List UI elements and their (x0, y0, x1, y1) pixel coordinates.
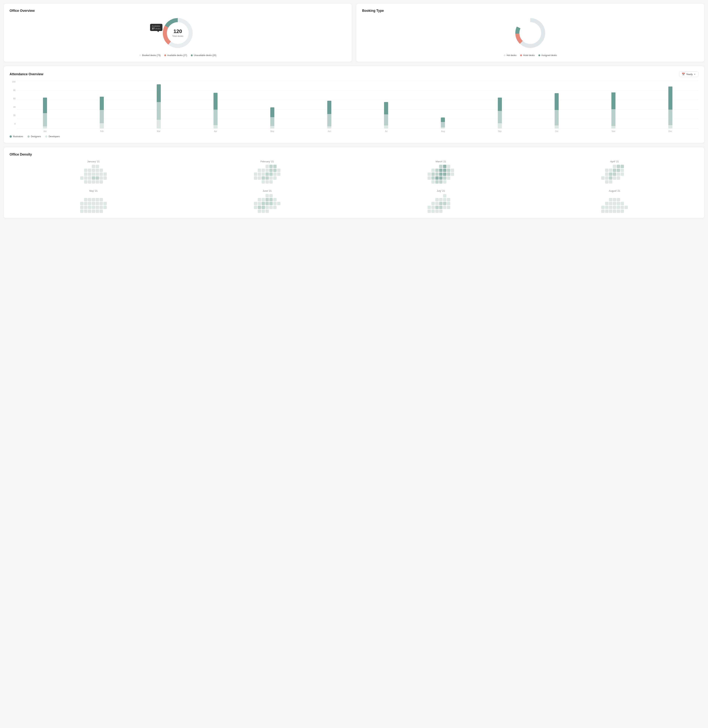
density-cell (451, 169, 454, 172)
density-cell (451, 206, 454, 209)
attendance-legend: Illustrators Designers Developers (10, 135, 698, 138)
density-month-0: January' 21 (10, 160, 177, 183)
density-cell (258, 165, 261, 168)
legend-dot-hotel (520, 54, 522, 56)
bar-seg-illustrators-dec (668, 87, 672, 110)
bar-seg-developers-may (270, 126, 274, 129)
density-calendar-5 (254, 194, 280, 213)
bar-seg-designers-aug (441, 122, 445, 127)
density-cell (447, 202, 450, 205)
density-cell (80, 209, 84, 213)
density-cell (88, 194, 91, 198)
density-cell (431, 198, 435, 201)
bar-seg-designers-jun (327, 114, 331, 126)
density-cell (254, 165, 257, 168)
bar-group-apr (187, 81, 244, 129)
bar-seg-designers-feb (100, 110, 104, 123)
density-cell (451, 176, 454, 180)
density-cell (80, 180, 84, 183)
density-cell (443, 176, 446, 180)
bar-seg-designers-oct (554, 110, 559, 125)
density-cell (92, 165, 95, 168)
density-cell (266, 209, 269, 213)
density-cell (96, 180, 99, 183)
density-cell (258, 198, 261, 201)
density-cell (451, 209, 454, 213)
density-cell (609, 202, 612, 205)
density-cell (269, 202, 273, 205)
legend-dot-designers (28, 135, 30, 138)
legend-label-hotel: Hotel desks (523, 54, 535, 57)
donut-center-label: 120 Total desks (172, 28, 183, 38)
x-label-mar: Mar (131, 130, 187, 132)
density-cell (103, 202, 107, 205)
density-cell (273, 173, 277, 176)
density-cell (601, 202, 605, 205)
density-cell (617, 198, 620, 201)
density-cell (258, 209, 261, 213)
density-cell (621, 198, 624, 201)
density-cell (428, 209, 431, 213)
booking-type-title: Booking Type (362, 9, 698, 13)
density-cell (617, 176, 620, 180)
density-cell (262, 165, 265, 168)
density-cell (262, 202, 265, 205)
yearly-filter-button[interactable]: 📅 Yearly ▼ (679, 71, 698, 77)
bar-group-jan (17, 81, 73, 129)
density-cell (443, 209, 446, 213)
density-cell (273, 198, 277, 201)
density-cell (103, 176, 107, 180)
total-desks-number: 120 (172, 28, 183, 34)
bar-seg-illustrators-jun (327, 101, 331, 114)
density-cell (262, 206, 265, 209)
booking-type-legend: Hot desks Hotel desks Assigned desks (504, 54, 557, 57)
legend-booked: Booked desks (73) (139, 54, 161, 57)
density-month-label-0: January' 21 (87, 160, 100, 163)
density-cell (84, 176, 87, 180)
bar-seg-illustrators-jan (43, 97, 47, 113)
booking-type-card: Booking Type Hot desks (356, 4, 704, 62)
bar-seg-designers-may (270, 117, 274, 126)
y-label-60: 60 (10, 97, 16, 100)
density-cell (613, 206, 616, 209)
density-cell (273, 176, 277, 180)
bar-seg-developers-jun (327, 126, 331, 129)
density-cell (84, 202, 87, 205)
bar-seg-developers-apr (213, 125, 218, 129)
density-cell (617, 206, 620, 209)
density-cell (96, 169, 99, 172)
density-cell (269, 173, 273, 176)
density-cell (258, 206, 261, 209)
bar-stack-jan (43, 97, 47, 129)
density-cell (269, 194, 273, 198)
density-cell (88, 202, 91, 205)
y-label-0: 0 (10, 123, 16, 125)
density-cell (266, 176, 269, 180)
office-overview-title: Office Overview (10, 9, 346, 13)
density-cell (451, 173, 454, 176)
density-month-5: June' 21 (183, 189, 351, 213)
density-cell (428, 176, 431, 180)
tooltip-value: 27 desks (152, 27, 161, 30)
density-cell (277, 202, 280, 205)
density-cell (258, 180, 261, 183)
density-cell (262, 173, 265, 176)
density-cell (621, 209, 624, 213)
density-cell (258, 194, 261, 198)
density-cell (605, 169, 608, 172)
density-cell (451, 165, 454, 168)
density-cell (428, 173, 431, 176)
bar-group-may (244, 81, 300, 129)
density-cell (103, 165, 107, 168)
density-month-6: July' 21 (357, 189, 525, 213)
bar-seg-illustrators-aug (441, 118, 445, 122)
legend-label-available: Available desks (27) (167, 54, 187, 57)
bar-stack-dec (668, 87, 672, 129)
density-cell (254, 173, 257, 176)
legend-dot-developers (45, 135, 47, 138)
bar-group-feb (74, 81, 130, 129)
donut-wrapper: Available 27 desks 120 (161, 16, 194, 49)
density-cell (451, 180, 454, 183)
density-cell (84, 209, 87, 213)
density-cell (88, 176, 91, 180)
